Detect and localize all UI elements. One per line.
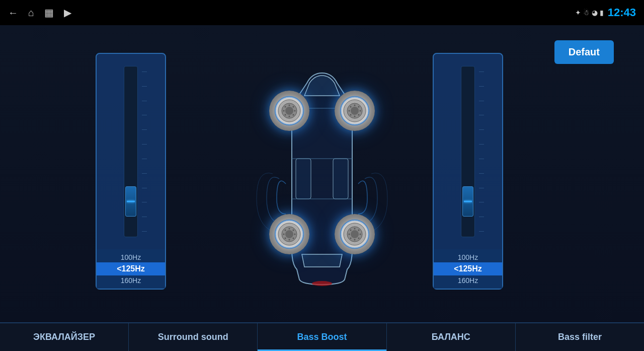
left-freq-100[interactable]: 100Hz <box>121 253 141 261</box>
svg-point-9 <box>285 107 293 115</box>
window-icon[interactable]: ▦ <box>44 7 54 19</box>
tab-equalizer[interactable]: ЭКВАЛАЙЗЕР <box>0 323 129 351</box>
left-freq-125[interactable]: <125Hz <box>97 262 165 275</box>
svg-point-13 <box>294 110 296 112</box>
right-slider-panel: 100Hz <125Hz 160Hz <box>433 53 503 290</box>
media-icon[interactable]: ▶ <box>64 7 71 19</box>
speaker-front-left <box>269 91 309 131</box>
left-freq-160[interactable]: 160Hz <box>121 276 141 285</box>
bluetooth-icon: ✦ <box>575 9 581 17</box>
svg-point-27 <box>358 114 360 116</box>
svg-rect-1 <box>333 159 348 199</box>
svg-point-28 <box>354 116 356 117</box>
svg-point-35 <box>285 230 293 238</box>
left-slider-thumb[interactable] <box>125 186 136 217</box>
svg-point-25 <box>358 106 360 108</box>
svg-point-49 <box>350 230 352 231</box>
svg-point-22 <box>351 107 359 115</box>
svg-point-50 <box>354 228 356 230</box>
tab-bassboost[interactable]: Bass Boost <box>258 323 386 351</box>
svg-point-16 <box>285 114 286 116</box>
car-svg <box>252 58 392 290</box>
svg-point-38 <box>293 230 294 231</box>
svg-point-5 <box>312 281 332 286</box>
tab-balance[interactable]: БАЛАНС <box>387 323 516 351</box>
main-content: Defaut <box>0 25 644 322</box>
tab-equalizer-label: ЭКВАЛАЙЗЕР <box>33 332 95 342</box>
wifi-icon: ◕ <box>592 9 598 17</box>
left-slider-track[interactable] <box>124 66 138 237</box>
svg-point-54 <box>354 239 356 241</box>
svg-point-53 <box>358 238 360 239</box>
svg-point-37 <box>289 228 290 230</box>
right-slider-thumb[interactable] <box>462 186 473 217</box>
speaker-rear-right <box>335 214 375 254</box>
svg-point-51 <box>358 230 360 231</box>
left-slider-panel: 100Hz <125Hz 160Hz <box>96 53 166 290</box>
home-icon[interactable]: ⌂ <box>28 7 34 19</box>
tab-bassboost-label: Bass Boost <box>297 332 347 342</box>
svg-point-55 <box>350 238 352 239</box>
right-slider-track-area[interactable] <box>434 54 502 249</box>
svg-point-39 <box>294 234 296 235</box>
left-freq-labels: 100Hz <125Hz 160Hz <box>97 249 165 289</box>
signal-icon: ☃ <box>583 9 590 17</box>
svg-rect-0 <box>296 159 311 199</box>
tab-surround-label: Surround sound <box>158 332 228 342</box>
svg-point-30 <box>349 110 350 112</box>
right-freq-100[interactable]: 100Hz <box>458 253 478 261</box>
svg-point-14 <box>293 114 294 116</box>
right-freq-160[interactable]: 160Hz <box>458 276 478 285</box>
speaker-front-right <box>335 91 375 131</box>
clock: 12:43 <box>608 6 636 19</box>
svg-point-12 <box>293 106 294 108</box>
default-button[interactable]: Defaut <box>554 40 614 64</box>
svg-point-40 <box>293 238 294 239</box>
tab-bar: ЭКВАЛАЙЗЕР Surround sound Bass Boost БАЛ… <box>0 322 644 351</box>
car-visualization <box>231 50 413 297</box>
svg-point-42 <box>285 238 286 239</box>
tab-bassfilter[interactable]: Bass filter <box>516 323 644 351</box>
status-bar: ← ⌂ ▦ ▶ ✦ ☃ ◕ ▮ 12:43 <box>0 0 644 25</box>
svg-point-24 <box>354 105 356 106</box>
svg-point-10 <box>285 106 286 108</box>
svg-point-15 <box>289 116 290 117</box>
right-freq-125[interactable]: <125Hz <box>434 262 502 275</box>
nav-controls: ← ⌂ ▦ ▶ <box>8 7 71 19</box>
svg-point-29 <box>350 114 352 116</box>
left-slider-track-area[interactable] <box>97 54 165 249</box>
status-indicators: ✦ ☃ ◕ ▮ 12:43 <box>575 6 636 19</box>
right-slider-track[interactable] <box>461 66 475 237</box>
svg-point-41 <box>289 239 290 241</box>
svg-point-26 <box>360 110 361 112</box>
connectivity-icons: ✦ ☃ ◕ ▮ <box>575 9 604 17</box>
svg-point-23 <box>350 106 352 108</box>
battery-icon: ▮ <box>600 9 604 17</box>
tab-bassfilter-label: Bass filter <box>558 332 602 342</box>
svg-point-43 <box>283 234 285 235</box>
svg-point-17 <box>283 110 285 112</box>
svg-point-48 <box>351 230 359 238</box>
svg-point-56 <box>349 234 350 235</box>
speaker-rear-left <box>269 214 309 254</box>
svg-point-52 <box>360 234 361 235</box>
tab-balance-label: БАЛАНС <box>432 332 470 342</box>
back-icon[interactable]: ← <box>8 7 18 19</box>
tab-surround[interactable]: Surround sound <box>129 323 258 351</box>
svg-point-11 <box>289 105 290 106</box>
svg-point-36 <box>285 230 286 231</box>
right-freq-labels: 100Hz <125Hz 160Hz <box>434 249 502 289</box>
